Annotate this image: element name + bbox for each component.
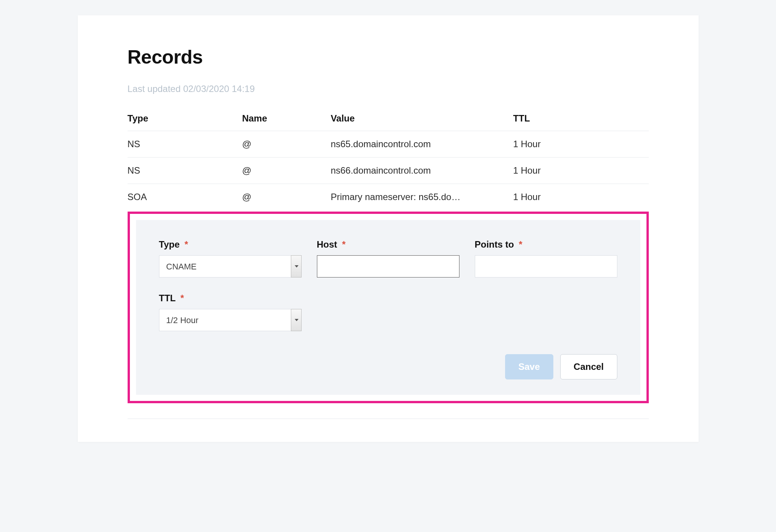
type-select-wrap: CNAME: [159, 255, 302, 277]
field-host: Host *: [317, 239, 459, 277]
page-title: Records: [128, 46, 649, 68]
label-host: Host *: [317, 239, 459, 250]
form-actions: Save Cancel: [159, 354, 617, 379]
cell-value: ns65.domaincontrol.com: [331, 131, 513, 158]
label-type: Type *: [159, 239, 302, 250]
required-mark: *: [519, 239, 522, 250]
table-header-row: Type Name Value TTL: [128, 108, 649, 131]
required-mark: *: [180, 293, 184, 303]
ttl-select-wrap: 1/2 Hour: [159, 309, 302, 331]
ttl-select[interactable]: 1/2 Hour: [159, 309, 302, 331]
field-ttl: TTL * 1/2 Hour: [159, 293, 302, 331]
cell-type: NS: [128, 131, 242, 158]
label-type-text: Type: [159, 239, 180, 250]
label-ttl: TTL *: [159, 293, 302, 304]
add-record-panel-highlight: Type * CNAME Host *: [128, 212, 649, 403]
cell-ttl: 1 Hour: [513, 184, 649, 210]
cell-name: @: [242, 184, 331, 210]
label-points-to: Points to *: [475, 239, 617, 250]
label-points-to-text: Points to: [475, 239, 514, 250]
col-header-type: Type: [128, 108, 242, 131]
host-input-wrap: [317, 255, 459, 277]
table-row: NS @ ns66.domaincontrol.com 1 Hour: [128, 158, 649, 184]
points-to-input[interactable]: [475, 255, 617, 277]
cell-type: SOA: [128, 184, 242, 210]
cell-ttl: 1 Hour: [513, 131, 649, 158]
required-mark: *: [342, 239, 346, 250]
field-points-to: Points to *: [475, 239, 617, 277]
col-header-name: Name: [242, 108, 331, 131]
cell-value: Primary nameserver: ns65.do…: [331, 184, 513, 210]
points-to-input-wrap: [475, 255, 617, 277]
type-select[interactable]: CNAME: [159, 255, 302, 277]
field-type: Type * CNAME: [159, 239, 302, 277]
cell-ttl: 1 Hour: [513, 158, 649, 184]
table-row: SOA @ Primary nameserver: ns65.do… 1 Hou…: [128, 184, 649, 210]
divider: [128, 419, 649, 419]
cell-type: NS: [128, 158, 242, 184]
cancel-button[interactable]: Cancel: [560, 354, 617, 379]
required-mark: *: [184, 239, 188, 250]
cell-value: ns66.domaincontrol.com: [331, 158, 513, 184]
host-input[interactable]: [317, 255, 459, 277]
save-button[interactable]: Save: [505, 354, 553, 379]
col-header-value: Value: [331, 108, 513, 131]
last-updated-text: Last updated 02/03/2020 14:19: [128, 84, 649, 94]
cell-name: @: [242, 158, 331, 184]
records-table: Type Name Value TTL NS @ ns65.domaincont…: [128, 108, 649, 210]
label-host-text: Host: [317, 239, 337, 250]
col-header-ttl: TTL: [513, 108, 649, 131]
records-card: Records Last updated 02/03/2020 14:19 Ty…: [78, 15, 699, 442]
add-record-panel: Type * CNAME Host *: [136, 220, 640, 395]
cell-name: @: [242, 131, 331, 158]
table-row: NS @ ns65.domaincontrol.com 1 Hour: [128, 131, 649, 158]
form-grid: Type * CNAME Host *: [159, 239, 617, 331]
label-ttl-text: TTL: [159, 293, 176, 303]
